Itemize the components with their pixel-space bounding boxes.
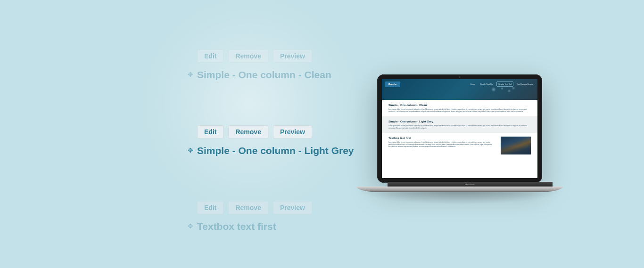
laptop-deck	[356, 187, 563, 192]
preview-header: Parade Home Simple Text Col Simple Text …	[382, 79, 537, 100]
move-icon[interactable]: ✥	[188, 71, 193, 78]
block-title: Simple - One column - Light Grey	[197, 145, 354, 156]
block-actions: Edit Remove Preview	[197, 125, 354, 138]
laptop-hinge: MacBook	[388, 182, 553, 187]
block-row-light-grey: Edit Remove Preview ✥ Simple - One colum…	[188, 125, 354, 156]
laptop-mockup: Parade Home Simple Text Col Simple Text …	[377, 74, 563, 204]
block-row-textbox: Edit Remove Preview ✥ Textbox text first	[188, 201, 354, 232]
preview-image	[501, 137, 531, 154]
move-icon[interactable]: ✥	[188, 223, 193, 229]
camera-icon	[459, 76, 461, 78]
preview-section-title: Simple - One column - Light Grey	[388, 120, 531, 123]
remove-button[interactable]: Remove	[228, 125, 268, 138]
preview-section-clean: Simple - One column - Clean Lorem ipsum …	[382, 100, 537, 116]
block-list: Edit Remove Preview ✥ Simple - One colum…	[188, 49, 354, 268]
move-icon[interactable]: ✥	[188, 147, 193, 154]
nav-item: Home	[469, 82, 477, 86]
block-actions: Edit Remove Preview	[197, 49, 354, 63]
remove-button[interactable]: Remove	[228, 49, 268, 63]
nav-item: Simple Text Col	[496, 81, 513, 87]
edit-button[interactable]: Edit	[197, 49, 223, 63]
laptop-screen: Parade Home Simple Text Col Simple Text …	[377, 74, 542, 183]
brand-badge: Parade	[385, 81, 400, 87]
block-actions: Edit Remove Preview	[197, 201, 354, 214]
preview-button[interactable]: Preview	[273, 49, 312, 63]
laptop-shadow	[356, 190, 563, 204]
block-title: Simple - One column - Clean	[197, 69, 354, 81]
block-title: Textbox text first	[197, 221, 354, 232]
preview-section-body: Lorem ipsum dolor sit amet, consectetur …	[388, 108, 531, 113]
preview-section-title: Simple - One column - Clean	[388, 104, 531, 106]
preview-section-body: Lorem ipsum dolor sit amet, consectetur …	[388, 125, 531, 129]
nav-item: Text Box and Image	[515, 82, 535, 86]
edit-button[interactable]: Edit	[197, 201, 223, 214]
preview-nav: Home Simple Text Col Simple Text Col Tex…	[469, 81, 535, 87]
preview-button[interactable]: Preview	[273, 125, 312, 138]
preview-button[interactable]: Preview	[273, 201, 312, 214]
edit-button[interactable]: Edit	[197, 125, 223, 138]
preview-section-body: Lorem ipsum dolor sit amet, consectetur …	[388, 141, 497, 148]
preview-viewport: Parade Home Simple Text Col Simple Text …	[382, 79, 537, 178]
remove-button[interactable]: Remove	[228, 201, 268, 214]
preview-section-grey: Simple - One column - Light Grey Lorem i…	[382, 116, 537, 133]
laptop-base: MacBook	[377, 182, 563, 204]
preview-section-title: Textbox text first	[388, 137, 497, 139]
nav-item: Simple Text Col	[479, 82, 495, 86]
preview-section-textbox: Textbox text first Lorem ipsum dolor sit…	[382, 133, 537, 158]
block-row-clean: Edit Remove Preview ✥ Simple - One colum…	[188, 49, 354, 81]
